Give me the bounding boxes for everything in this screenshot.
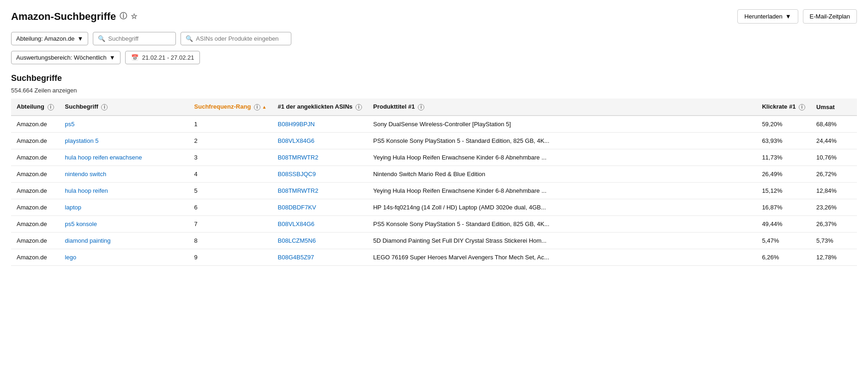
cell-klick: 6,26% bbox=[756, 249, 811, 266]
table-header: Abteilung i Suchbegriff i Suchfrequenz-R… bbox=[11, 98, 857, 116]
suchbegriff-link[interactable]: diamond painting bbox=[65, 237, 111, 244]
suchbegriff-link[interactable]: playstation 5 bbox=[65, 137, 99, 144]
cell-umsatz: 23,26% bbox=[811, 199, 857, 216]
cell-titel: PS5 Konsole Sony PlayStation 5 - Standar… bbox=[368, 216, 756, 233]
cell-abteilung: Amazon.de bbox=[11, 133, 60, 149]
search-input-wrapper[interactable]: 🔍 bbox=[93, 32, 176, 45]
asin-link[interactable]: B08VLX84G6 bbox=[278, 221, 315, 227]
cell-titel: Sony DualSense Wireless-Controller [Play… bbox=[368, 116, 756, 133]
col-header-umsatz: Umsat bbox=[811, 98, 857, 116]
search-terms-table: Abteilung i Suchbegriff i Suchfrequenz-R… bbox=[11, 98, 857, 266]
cell-suchbegriff: ps5 konsole bbox=[60, 216, 189, 233]
period-select[interactable]: Auswertungsbereich: Wöchentlich ▼ bbox=[11, 51, 121, 64]
email-schedule-button[interactable]: E-Mail-Zeitplan bbox=[803, 9, 857, 24]
cell-umsatz: 5,73% bbox=[811, 233, 857, 249]
cell-abteilung: Amazon.de bbox=[11, 116, 60, 133]
cell-umsatz: 26,72% bbox=[811, 166, 857, 183]
cell-klick: 63,93% bbox=[756, 133, 811, 149]
asin-search-icon: 🔍 bbox=[186, 35, 193, 42]
date-row: Auswertungsbereich: Wöchentlich ▼ 📅 21.0… bbox=[11, 51, 857, 64]
department-select[interactable]: Abteilung: Amazon.de ▼ bbox=[11, 32, 88, 45]
cell-umsatz: 10,76% bbox=[811, 149, 857, 166]
rang-info-icon[interactable]: i bbox=[254, 104, 260, 110]
top-bar: Amazon-Suchbegriffe ⓘ ☆ Herunterladen ▼ … bbox=[11, 9, 857, 24]
asin-link[interactable]: B08SSBJQC9 bbox=[278, 171, 316, 178]
section-title: Suchbegriffe bbox=[11, 74, 857, 83]
table-row: Amazon.de nintendo switch 4 B08SSBJQC9 N… bbox=[11, 166, 857, 183]
asin-link[interactable]: B08DBDF7KV bbox=[278, 204, 316, 211]
period-chevron-icon: ▼ bbox=[109, 54, 115, 61]
star-icon[interactable]: ☆ bbox=[131, 12, 137, 21]
cell-suchbegriff: hula hoop reifen erwachsene bbox=[60, 149, 189, 166]
cell-asin: B08LCZM5N6 bbox=[272, 233, 368, 249]
cell-titel: Yeying Hula Hoop Reifen Erwachsene Kinde… bbox=[368, 149, 756, 166]
period-label: Auswertungsbereich: Wöchentlich bbox=[16, 54, 107, 61]
download-label: Herunterladen bbox=[744, 13, 782, 20]
cell-abteilung: Amazon.de bbox=[11, 233, 60, 249]
col-header-rang[interactable]: Suchfrequenz-Rang i ▲ bbox=[189, 98, 272, 116]
cell-titel: PS5 Konsole Sony PlayStation 5 - Standar… bbox=[368, 133, 756, 149]
cell-abteilung: Amazon.de bbox=[11, 249, 60, 266]
asin-info-icon[interactable]: i bbox=[356, 104, 362, 110]
download-button[interactable]: Herunterladen ▼ bbox=[737, 9, 798, 24]
cell-umsatz: 12,78% bbox=[811, 249, 857, 266]
suchbegriff-link[interactable]: hula hoop reifen bbox=[65, 187, 108, 194]
klick-info-icon[interactable]: i bbox=[799, 104, 805, 110]
suchbegriff-link[interactable]: hula hoop reifen erwachsene bbox=[65, 154, 142, 161]
cell-suchbegriff: lego bbox=[60, 249, 189, 266]
cell-umsatz: 24,44% bbox=[811, 133, 857, 149]
download-chevron-icon: ▼ bbox=[785, 13, 791, 20]
cell-titel: Nintendo Switch Mario Red & Blue Edition bbox=[368, 166, 756, 183]
col-header-abteilung: Abteilung i bbox=[11, 98, 60, 116]
cell-rang: 2 bbox=[189, 133, 272, 149]
asin-link[interactable]: B08H99BPJN bbox=[278, 121, 315, 128]
page-title: Amazon-Suchbegriffe ⓘ ☆ bbox=[11, 11, 137, 23]
table-row: Amazon.de hula hoop reifen 5 B08TMRWTR2 … bbox=[11, 183, 857, 199]
suchbegriff-link[interactable]: laptop bbox=[65, 204, 81, 211]
table-body: Amazon.de ps5 1 B08H99BPJN Sony DualSens… bbox=[11, 116, 857, 266]
cell-umsatz: 26,37% bbox=[811, 216, 857, 233]
asin-link[interactable]: B08VLX84G6 bbox=[278, 137, 315, 144]
suchbegriff-link[interactable]: ps5 bbox=[65, 121, 75, 128]
cell-titel: Yeying Hula Hoop Reifen Erwachsene Kinde… bbox=[368, 183, 756, 199]
cell-suchbegriff: playstation 5 bbox=[60, 133, 189, 149]
titel-info-icon[interactable]: i bbox=[418, 104, 424, 110]
table-row: Amazon.de laptop 6 B08DBDF7KV HP 14s-fq0… bbox=[11, 199, 857, 216]
cell-umsatz: 12,84% bbox=[811, 183, 857, 199]
suchbegriff-link[interactable]: ps5 konsole bbox=[65, 221, 97, 227]
cell-rang: 8 bbox=[189, 233, 272, 249]
date-range-text: 21.02.21 - 27.02.21 bbox=[142, 54, 194, 61]
search-input[interactable] bbox=[108, 35, 173, 42]
cell-klick: 26,49% bbox=[756, 166, 811, 183]
cell-titel: LEGO 76169 Super Heroes Marvel Avengers … bbox=[368, 249, 756, 266]
col-header-suchbegriff: Suchbegriff i bbox=[60, 98, 189, 116]
cell-rang: 7 bbox=[189, 216, 272, 233]
asin-link[interactable]: B08TMRWTR2 bbox=[278, 187, 319, 194]
table-row: Amazon.de ps5 1 B08H99BPJN Sony DualSens… bbox=[11, 116, 857, 133]
calendar-icon: 📅 bbox=[131, 54, 139, 61]
asin-input-wrapper[interactable]: 🔍 bbox=[181, 32, 291, 45]
cell-asin: B08SSBJQC9 bbox=[272, 166, 368, 183]
table-row: Amazon.de playstation 5 2 B08VLX84G6 PS5… bbox=[11, 133, 857, 149]
cell-asin: B08TMRWTR2 bbox=[272, 183, 368, 199]
suchbegriff-link[interactable]: nintendo switch bbox=[65, 171, 107, 178]
cell-abteilung: Amazon.de bbox=[11, 149, 60, 166]
col-header-asin: #1 der angeklickten ASINs i bbox=[272, 98, 368, 116]
asin-link[interactable]: B08G4B5Z97 bbox=[278, 254, 314, 261]
cell-suchbegriff: hula hoop reifen bbox=[60, 183, 189, 199]
cell-rang: 3 bbox=[189, 149, 272, 166]
suchbegriff-link[interactable]: lego bbox=[65, 254, 77, 261]
asin-link[interactable]: B08TMRWTR2 bbox=[278, 154, 319, 161]
cell-asin: B08G4B5Z97 bbox=[272, 249, 368, 266]
suchbegriff-info-icon[interactable]: i bbox=[101, 104, 108, 110]
search-icon: 🔍 bbox=[98, 35, 105, 42]
date-range-picker[interactable]: 📅 21.02.21 - 27.02.21 bbox=[125, 51, 200, 64]
asin-link[interactable]: B08LCZM5N6 bbox=[278, 237, 316, 244]
cell-asin: B08H99BPJN bbox=[272, 116, 368, 133]
table-row: Amazon.de lego 9 B08G4B5Z97 LEGO 76169 S… bbox=[11, 249, 857, 266]
asin-input[interactable] bbox=[196, 35, 286, 42]
cell-abteilung: Amazon.de bbox=[11, 199, 60, 216]
abteilung-info-icon[interactable]: i bbox=[48, 104, 54, 110]
info-icon[interactable]: ⓘ bbox=[120, 12, 127, 21]
page-title-text: Amazon-Suchbegriffe bbox=[11, 11, 116, 23]
